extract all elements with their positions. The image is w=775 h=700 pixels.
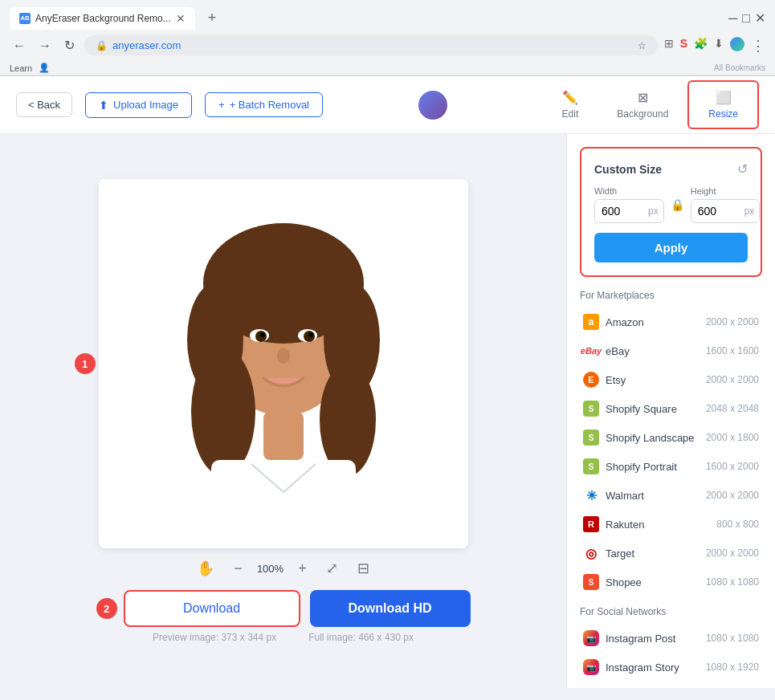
svg-point-16	[260, 332, 265, 337]
window-close-btn[interactable]: ✕	[755, 10, 765, 26]
marketplace-size: 1080 x 1080	[706, 633, 759, 644]
instagram-story-icon: 📷	[583, 659, 599, 675]
tab-background[interactable]: ⊠ Background	[598, 82, 687, 128]
shopify-landscape-icon: S	[583, 429, 599, 446]
list-item[interactable]: ✳ Walmart 2000 x 2000	[580, 481, 762, 510]
panel-header: Custom Size ↺	[594, 161, 748, 177]
zoom-out-btn[interactable]: −	[229, 557, 247, 580]
panel-title: Custom Size	[594, 163, 662, 176]
list-item[interactable]: S Shopee 1080 x 1080	[580, 568, 762, 596]
shopify-icon: S	[583, 401, 599, 417]
marketplace-size: 2000 x 1800	[706, 432, 759, 443]
extensions2-icon[interactable]: 🧩	[694, 37, 708, 55]
tab-close-btn[interactable]: ✕	[176, 12, 186, 25]
marketplace-name: Instagram Post	[606, 633, 706, 645]
width-field: Width px	[594, 186, 664, 223]
tab-resize[interactable]: ⬜ Resize	[687, 80, 759, 129]
list-item[interactable]: S Shopify Landscape 2000 x 1800	[580, 423, 762, 452]
nav-refresh-btn[interactable]: ↻	[61, 35, 78, 56]
marketplace-name: Etsy	[606, 374, 706, 386]
list-item[interactable]: 📷 Instagram Story 1080 x 1920	[580, 653, 762, 682]
marketplace-name: Rakuten	[606, 519, 716, 531]
preview-dimensions: Preview image: 373 x 344 px	[153, 632, 276, 643]
app-header: < Back ⬆ Upload Image + + Batch Removal …	[0, 76, 775, 134]
window-minimize-btn[interactable]: ─	[728, 11, 737, 26]
upload-image-button[interactable]: ⬆ Upload Image	[85, 92, 192, 118]
marketplace-name: Shopify Square	[606, 403, 706, 415]
zoom-in-btn[interactable]: +	[293, 557, 312, 580]
download-icon[interactable]: ⬇	[714, 37, 724, 55]
list-item[interactable]: E Etsy 2000 x 2000	[580, 365, 762, 394]
list-item[interactable]: 📷 Instagram Post 1080 x 1080	[580, 624, 762, 653]
list-item[interactable]: R Rakuten 800 x 800	[580, 510, 762, 539]
etsy-icon: E	[583, 372, 599, 388]
bookmark-star-icon: ☆	[638, 40, 647, 51]
bookmark-learn[interactable]: Learn	[10, 63, 32, 73]
list-item[interactable]: S Shopify Square 2048 x 2048	[580, 394, 762, 423]
tab-edit[interactable]: ✏️ Edit	[543, 82, 598, 128]
social-network-list: 📷 Instagram Post 1080 x 1080 📷 Instagram…	[580, 624, 762, 688]
marketplace-size: 1080 x 1920	[706, 661, 759, 673]
fit-screen-btn[interactable]: ⤢	[321, 556, 343, 580]
list-item[interactable]: eBay eBay 1600 x 1600	[580, 336, 762, 365]
svg-point-11	[320, 364, 376, 476]
marketplace-size: 1080 x 1080	[706, 576, 759, 588]
list-item[interactable]: ◎ Target 2000 x 2000	[580, 539, 762, 568]
canvas-area: 1	[0, 134, 566, 688]
height-field: Height px	[691, 186, 761, 223]
browser-tab[interactable]: AB AnyEraser Background Remo... ✕	[10, 7, 195, 30]
window-maximize-btn[interactable]: □	[742, 11, 750, 26]
list-item[interactable]: a Amazon 2000 x 2000	[580, 307, 762, 336]
tab-background-label: Background	[617, 108, 668, 120]
sidebar: Custom Size ↺ Width px 🔒 Height	[566, 134, 775, 688]
nav-forward-btn[interactable]: →	[35, 35, 55, 56]
menu-icon[interactable]: ⋮	[751, 37, 765, 55]
upload-label: Upload Image	[113, 99, 178, 111]
target-icon: ◎	[583, 545, 599, 561]
pan-tool-btn[interactable]: ✋	[192, 556, 219, 580]
profile-icon[interactable]	[730, 37, 744, 51]
height-input[interactable]	[691, 200, 740, 222]
tool-tabs: ✏️ Edit ⊠ Background ⬜ Resize	[543, 80, 759, 129]
back-button[interactable]: < Back	[16, 92, 72, 117]
nav-back-btn[interactable]: ←	[10, 35, 29, 56]
extensions-icon[interactable]: S	[680, 37, 687, 55]
height-unit: px	[740, 201, 760, 222]
subject-image	[99, 179, 468, 548]
marketplace-name: Target	[606, 547, 706, 560]
lock-icon[interactable]: 🔒	[671, 198, 684, 211]
new-tab-btn[interactable]: +	[202, 6, 223, 30]
main-area: 1	[0, 134, 775, 688]
svg-point-17	[308, 332, 313, 337]
split-view-btn[interactable]: ⊟	[353, 556, 374, 580]
action-row: 2 Download Download HD	[96, 590, 471, 627]
social-section-label: For Social Networks	[580, 606, 762, 617]
step2-badge: 2	[96, 598, 117, 619]
download-button[interactable]: Download	[124, 590, 300, 627]
portrait-svg	[99, 179, 468, 548]
lock-icon: 🔒	[96, 40, 108, 51]
marketplace-size: 2000 x 2000	[706, 374, 759, 385]
resize-icon: ⬜	[716, 90, 732, 105]
tab-favicon: AB	[19, 13, 31, 24]
user-avatar[interactable]	[418, 91, 447, 120]
download-hd-button[interactable]: Download HD	[310, 590, 471, 627]
list-item[interactable]: 📷 Instagram Reel 1080 x 1920	[580, 682, 762, 688]
batch-label: + Batch Removal	[230, 99, 309, 111]
grid-icon[interactable]: ⊞	[664, 37, 674, 55]
width-input[interactable]	[595, 200, 643, 222]
list-item[interactable]: S Shopify Portrait 1600 x 2000	[580, 452, 762, 481]
apply-button[interactable]: Apply	[594, 233, 748, 262]
marketplace-name: Walmart	[606, 490, 706, 502]
image-container	[99, 179, 468, 548]
address-bar[interactable]: 🔒 anyeraser.com ☆	[84, 35, 658, 55]
batch-removal-button[interactable]: + + Batch Removal	[205, 92, 323, 117]
upload-icon: ⬆	[99, 99, 108, 112]
reset-btn[interactable]: ↺	[737, 161, 748, 177]
marketplace-size: 1600 x 1600	[706, 345, 759, 356]
height-input-row: px	[691, 199, 761, 223]
marketplace-size: 2000 x 2000	[706, 316, 759, 328]
marketplace-name: Shopify Landscape	[606, 432, 706, 444]
shopify-portrait-icon: S	[583, 458, 599, 474]
background-icon: ⊠	[638, 90, 648, 105]
